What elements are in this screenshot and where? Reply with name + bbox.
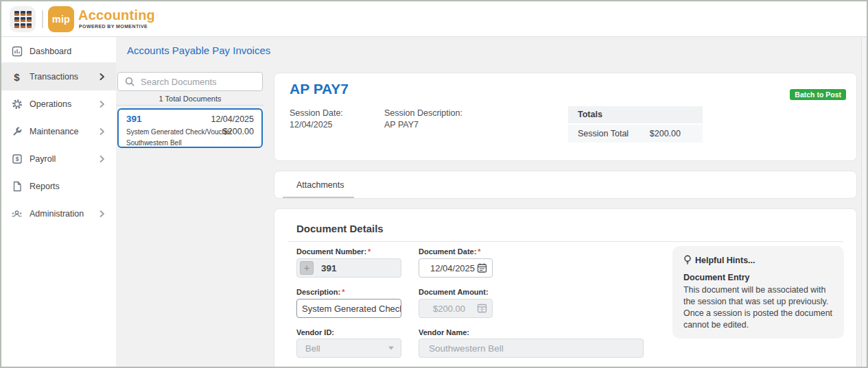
chevron-right-icon	[99, 73, 105, 81]
sidebar-item-label: Reports	[30, 182, 60, 191]
required-marker: *	[342, 288, 344, 296]
chevron-right-icon	[99, 101, 105, 108]
document-list-item[interactable]: 391 12/04/2025 System Generated Check/Vo…	[117, 108, 263, 148]
total-documents-label: 1 Total Documents	[116, 93, 264, 106]
batch-to-post-button[interactable]: Batch to Post	[790, 89, 846, 100]
sidebar-item-dashboard[interactable]: Dashboard	[1, 40, 116, 62]
description-field	[296, 299, 401, 318]
chevron-right-icon	[99, 128, 105, 136]
chevron-right-icon	[99, 210, 105, 218]
sidebar-item-operations[interactable]: Operations	[1, 90, 116, 118]
main-content: Accounts Payable Pay Invoices 1 Total Do…	[116, 37, 867, 367]
helpful-hints-title: Helpful Hints...	[683, 255, 755, 265]
description-input[interactable]	[297, 299, 401, 317]
tab-attachments[interactable]: Attachments	[296, 171, 344, 198]
search-documents-input[interactable]	[141, 77, 250, 87]
session-date-label: Session Date:	[290, 108, 343, 118]
document-amount: $200.00	[223, 127, 254, 136]
totals-table: Totals Session Total $200.00	[568, 106, 703, 143]
tabs-card: Attachments	[274, 171, 857, 199]
mip-logo: mip	[48, 6, 74, 32]
sidebar-item-label: Payroll	[30, 154, 56, 164]
topbar-divider	[42, 10, 43, 28]
tab-underline	[283, 197, 354, 198]
session-title: AP PAY7	[290, 81, 349, 97]
caret-down-icon	[388, 347, 394, 350]
sidebar-item-payroll[interactable]: $ Payroll	[1, 145, 116, 173]
app-window: mip Accounting POWERED BY MOMENTIVE Dash…	[0, 0, 868, 368]
sidebar-item-label: Administration	[30, 209, 84, 219]
plus-icon[interactable]: +	[300, 261, 314, 275]
app-launcher-button[interactable]	[10, 6, 36, 32]
document-details-card: Document Details Document Number:* + 391…	[274, 208, 857, 368]
session-total-label: Session Total	[578, 125, 629, 143]
session-card: AP PAY7 Session Date: 12/04/2025 Session…	[274, 73, 857, 161]
vendor-id-label: Vendor ID:	[296, 328, 401, 336]
document-description: System Generated Check/Voucher	[126, 128, 232, 136]
calculator-icon	[477, 304, 487, 313]
payroll-icon: $	[11, 154, 23, 165]
helpful-hints-body: This document will be associated with th…	[683, 284, 836, 331]
helpful-hints-panel: Helpful Hints... Document Entry This doc…	[672, 246, 844, 339]
sidebar-item-label: Dashboard	[30, 47, 71, 56]
people-icon	[11, 208, 23, 220]
wrench-icon	[11, 126, 23, 138]
details-divider	[288, 241, 843, 242]
document-number: 391	[126, 114, 142, 124]
page-title: Accounts Payable Pay Invoices	[127, 45, 270, 56]
lightbulb-icon	[683, 255, 692, 265]
vendor-id-select: Bell	[296, 339, 401, 358]
document-amount-label: Document Amount:	[419, 288, 493, 296]
svg-text:$: $	[15, 156, 19, 162]
session-date-value: 12/04/2025	[290, 120, 333, 130]
document-date: 12/04/2025	[211, 114, 254, 124]
session-total-value: $200.00	[650, 125, 681, 143]
document-amount-value: $200.00	[419, 304, 465, 314]
vendor-name-field: Southwestern Bell	[419, 339, 644, 358]
sidebar-item-administration[interactable]: Administration	[1, 200, 116, 228]
session-description-label: Session Description:	[384, 108, 462, 118]
session-description-value: AP PAY7	[384, 120, 419, 130]
document-amount-field: $200.00	[419, 299, 493, 318]
sidebar-item-label: Operations	[30, 99, 71, 109]
document-number-field: + 391	[296, 258, 401, 278]
totals-header: Totals	[568, 106, 703, 123]
gear-icon	[11, 99, 23, 110]
document-details-heading: Document Details	[296, 223, 384, 234]
sidebar-item-transactions[interactable]: $ Transactions	[1, 63, 116, 90]
app-tagline: POWERED BY MOMENTIVE	[79, 24, 148, 29]
helpful-hints-subtitle: Document Entry	[683, 273, 750, 282]
sidebar-item-label: Maintenance	[30, 127, 79, 136]
sidebar: Dashboard $ Transactions Operations Main…	[1, 37, 116, 367]
document-number-value: 391	[321, 263, 337, 273]
document-date-field	[419, 258, 493, 278]
totals-row: Session Total $200.00	[568, 125, 703, 143]
sidebar-item-maintenance[interactable]: Maintenance	[1, 118, 116, 145]
description-label: Description:*	[296, 288, 401, 296]
search-icon	[125, 77, 134, 86]
vendor-name-value: Southwestern Bell	[419, 343, 504, 354]
document-icon	[11, 181, 23, 193]
top-bar: mip Accounting POWERED BY MOMENTIVE	[1, 1, 867, 37]
vendor-id-value: Bell	[297, 343, 320, 354]
vendor-name-label: Vendor Name:	[419, 328, 644, 336]
document-vendor: Southwestern Bell	[126, 139, 182, 147]
dashboard-icon	[11, 45, 23, 57]
required-marker: *	[368, 247, 371, 256]
chevron-right-icon	[99, 156, 105, 163]
dollar-icon: $	[11, 71, 23, 83]
sidebar-item-reports[interactable]: Reports	[1, 173, 116, 200]
required-marker: *	[478, 247, 480, 256]
document-date-label: Document Date:*	[419, 247, 493, 256]
apps-grid-icon	[14, 11, 32, 28]
calendar-icon[interactable]	[477, 263, 487, 273]
sidebar-item-label: Transactions	[30, 72, 78, 82]
app-name: Accounting	[78, 8, 155, 23]
vertical-scrollbar[interactable]	[861, 37, 865, 367]
document-number-label: Document Number:*	[296, 247, 401, 256]
search-documents-box	[117, 72, 263, 91]
